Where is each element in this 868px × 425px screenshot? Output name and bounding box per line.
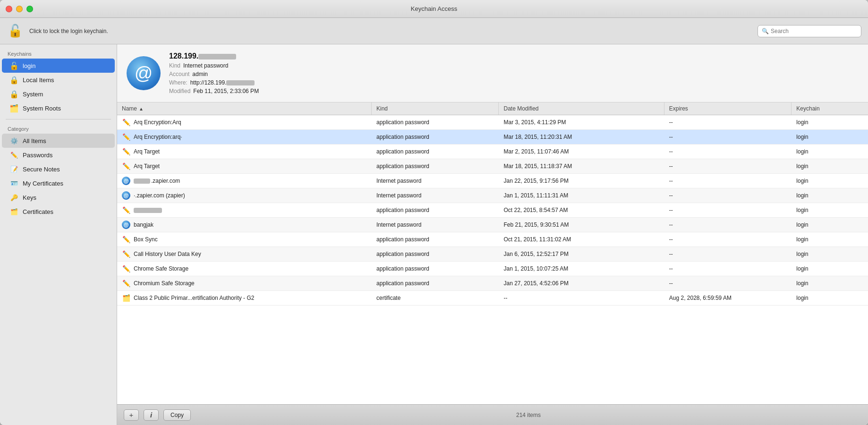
copy-label: Copy <box>170 412 184 418</box>
statusbar: + i Copy 214 items <box>117 404 868 425</box>
cell-kind: application password <box>372 204 499 216</box>
cell-date-modified: Oct 21, 2015, 11:31:02 AM <box>499 233 664 246</box>
table-row[interactable]: @ .zapier.com Internet password Jan 22, … <box>117 174 868 188</box>
cell-name: ✏️ Arq Encryption:Arq <box>117 115 372 129</box>
col-name[interactable]: Name ▲ <box>117 102 372 115</box>
sidebar-item-local-items[interactable]: 🔒 Local Items <box>2 73 115 87</box>
where-label: Where: <box>169 79 187 86</box>
cell-date-modified: Mar 18, 2015, 11:18:37 AM <box>499 160 664 172</box>
cell-date-modified: Jan 1, 2015, 10:07:25 AM <box>499 263 664 275</box>
main-window: Keychain Access 🔓 Click to lock the logi… <box>0 0 868 425</box>
table-row[interactable]: ✏️ Box Sync application password Oct 21,… <box>117 232 868 247</box>
table-row[interactable]: ✏️ Call History User Data Key applicatio… <box>117 247 868 262</box>
col-date-modified[interactable]: Date Modified <box>499 102 664 115</box>
sidebar-item-all-items[interactable]: ⚙️ All Items <box>2 134 115 148</box>
row-name: bangjak <box>134 221 153 228</box>
sidebar-item-system[interactable]: 🔒 System <box>2 87 115 101</box>
sidebar-item-system-roots[interactable]: 🗂️ System Roots <box>2 101 115 115</box>
lock-icon[interactable]: 🔓 <box>7 23 24 40</box>
sidebar-item-my-certificates[interactable]: 🪪 My Certificates <box>2 176 115 190</box>
cell-keychain: login <box>791 116 868 128</box>
cell-name: ✏️ Call History User Data Key <box>117 247 372 261</box>
cell-date-modified: Mar 2, 2015, 11:07:46 AM <box>499 145 664 158</box>
cell-kind: Internet password <box>372 189 499 202</box>
table-body: ✏️ Arq Encryption:Arq application passwo… <box>117 115 868 306</box>
table-row[interactable]: 🗂️ Class 2 Public Primar...ertification … <box>117 291 868 306</box>
table-row[interactable]: ✏️ application password Oct 22, 2015, 8:… <box>117 203 868 218</box>
system-icon: 🔒 <box>9 89 19 99</box>
table-row[interactable]: ✏️ Arq Target application password Mar 2… <box>117 144 868 159</box>
cell-kind: Internet password <box>372 175 499 187</box>
cell-keychain: login <box>791 219 868 231</box>
where-redacted <box>226 80 255 85</box>
info-button[interactable]: i <box>144 409 159 421</box>
lock-text: Click to lock the login keychain. <box>29 28 108 34</box>
cell-name: ✏️ Chromium Safe Storage <box>117 276 372 290</box>
cell-expires: -- <box>664 277 791 289</box>
modified-value: Feb 11, 2015, 2:33:06 PM <box>193 88 259 94</box>
sidebar-item-login[interactable]: 🔓 login <box>2 59 115 73</box>
table-row[interactable]: @ bangjak Internet password Feb 21, 2015… <box>117 218 868 232</box>
certificates-icon: 🗂️ <box>9 207 19 216</box>
search-input[interactable] <box>771 28 857 34</box>
cell-name: ✏️ Chrome Safe Storage <box>117 262 372 276</box>
table-row[interactable]: ✏️ Arq Encryption:arq· application passw… <box>117 130 868 144</box>
main-content: Keychains 🔓 login 🔒 Local Items 🔒 System… <box>0 44 868 425</box>
search-box[interactable]: 🔍 <box>757 25 861 37</box>
sidebar-item-secure-notes[interactable]: 📝 Secure Notes <box>2 162 115 176</box>
sidebar-item-label-all-items: All Items <box>23 137 46 144</box>
cell-expires: -- <box>664 219 791 231</box>
where-value: http://128.199. <box>190 79 255 86</box>
table-row[interactable]: ✏️ Arq Encryption:Arq application passwo… <box>117 115 868 130</box>
table-row[interactable]: @ ·.zapier.com (zapier) Internet passwor… <box>117 188 868 203</box>
close-button[interactable] <box>6 6 12 12</box>
keychains-section-title: Keychains <box>0 48 117 59</box>
cell-name: ✏️ Arq Target <box>117 159 372 173</box>
detail-panel: @ 128.199. Kind Internet password Accoun… <box>117 44 868 425</box>
row-name: ·.zapier.com (zapier) <box>134 192 185 199</box>
cell-kind: application password <box>372 116 499 128</box>
cell-kind: application password <box>372 145 499 158</box>
cell-kind: application password <box>372 160 499 172</box>
row-name <box>134 207 162 213</box>
table-row[interactable]: ✏️ Arq Target application password Mar 1… <box>117 159 868 174</box>
cell-kind: Internet password <box>372 219 499 231</box>
login-icon: 🔓 <box>9 61 19 70</box>
col-expires[interactable]: Expires <box>664 102 791 115</box>
secure-notes-icon: 📝 <box>9 164 19 174</box>
maximize-button[interactable] <box>26 6 33 12</box>
cell-keychain: login <box>791 263 868 275</box>
cell-name: ✏️ <box>117 203 372 217</box>
cell-name: ✏️ Arq Target <box>117 144 372 159</box>
cell-keychain: login <box>791 233 868 246</box>
cell-name: @ .zapier.com <box>117 174 372 188</box>
col-kind[interactable]: Kind <box>372 102 499 115</box>
row-name: Chrome Safe Storage <box>134 265 188 272</box>
kind-label: Kind <box>169 62 180 69</box>
copy-button[interactable]: Copy <box>163 409 191 421</box>
table-row[interactable]: ✏️ Chrome Safe Storage application passw… <box>117 262 868 276</box>
col-keychain[interactable]: Keychain <box>791 102 868 115</box>
passwords-icon: ✏️ <box>9 150 19 160</box>
table-container[interactable]: Name ▲ Kind Date Modified Expires Keycha… <box>117 102 868 404</box>
cell-kind: application password <box>372 263 499 275</box>
sidebar-item-certificates[interactable]: 🗂️ Certificates <box>2 204 115 219</box>
cell-date-modified: Mar 18, 2015, 11:20:31 AM <box>499 131 664 143</box>
cell-expires: -- <box>664 204 791 216</box>
cell-expires: -- <box>664 189 791 202</box>
cell-keychain: login <box>791 189 868 202</box>
local-items-icon: 🔒 <box>9 75 19 85</box>
minimize-button[interactable] <box>16 6 23 12</box>
cell-kind: application password <box>372 277 499 289</box>
titlebar: Keychain Access <box>0 0 868 18</box>
search-icon: 🔍 <box>762 28 769 34</box>
detail-avatar: @ <box>127 56 161 90</box>
cell-expires: -- <box>664 160 791 172</box>
sidebar-item-keys[interactable]: 🔑 Keys <box>2 190 115 204</box>
add-button[interactable]: + <box>124 409 139 421</box>
cell-date-modified: -- <box>499 292 664 304</box>
sidebar-item-passwords[interactable]: ✏️ Passwords <box>2 148 115 162</box>
cell-date-modified: Jan 22, 2015, 9:17:56 PM <box>499 175 664 187</box>
table-row[interactable]: ✏️ Chromium Safe Storage application pas… <box>117 276 868 291</box>
cell-keychain: login <box>791 160 868 172</box>
